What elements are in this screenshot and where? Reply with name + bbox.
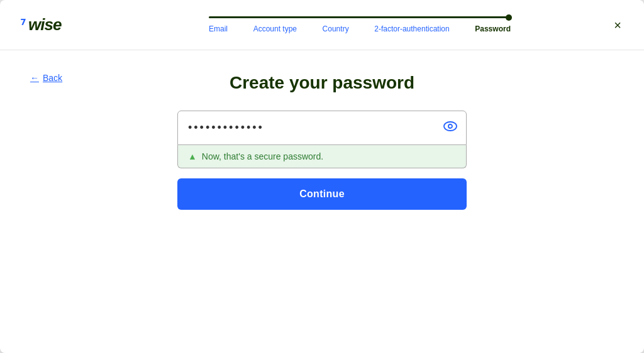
back-arrow-icon: ← (30, 73, 39, 83)
stepper-bar (209, 16, 511, 18)
password-input[interactable] (178, 111, 466, 144)
eye-icon[interactable] (443, 121, 457, 134)
feedback-text: Now, that's a secure password. (202, 151, 323, 161)
stepper-labels: Email Account type Country 2-factor-auth… (209, 24, 511, 33)
continue-button[interactable]: Continue (177, 178, 467, 210)
back-link[interactable]: ← Back (30, 73, 62, 83)
step-account-type[interactable]: Account type (253, 24, 297, 33)
stepper-fill (209, 16, 511, 18)
app-window: ⁷ wise Email Account type Country 2-fact… (0, 0, 644, 353)
header: ⁷ wise Email Account type Country 2-fact… (0, 0, 644, 50)
password-form: ▲ Now, that's a secure password. Continu… (177, 111, 467, 210)
svg-point-0 (444, 122, 457, 131)
page-title: Create your password (230, 73, 414, 93)
main-content: ← Back Create your password ▲ Now, that'… (0, 50, 644, 353)
logo-icon: ⁷ (20, 17, 26, 33)
step-password[interactable]: Password (475, 24, 511, 33)
stepper: Email Account type Country 2-factor-auth… (96, 16, 624, 33)
feedback-icon: ▲ (188, 151, 197, 161)
step-country[interactable]: Country (323, 24, 349, 33)
svg-point-1 (448, 124, 452, 128)
stepper-track (209, 16, 511, 18)
password-input-wrapper (177, 111, 467, 145)
password-feedback: ▲ Now, that's a secure password. (177, 145, 467, 168)
step-two-factor[interactable]: 2-factor-authentication (374, 24, 449, 33)
close-button[interactable]: × (611, 16, 624, 34)
stepper-dot (506, 14, 512, 21)
back-label: Back (43, 73, 62, 83)
logo-text: wise (28, 15, 61, 35)
logo: ⁷ wise (20, 15, 96, 35)
step-email[interactable]: Email (209, 24, 228, 33)
